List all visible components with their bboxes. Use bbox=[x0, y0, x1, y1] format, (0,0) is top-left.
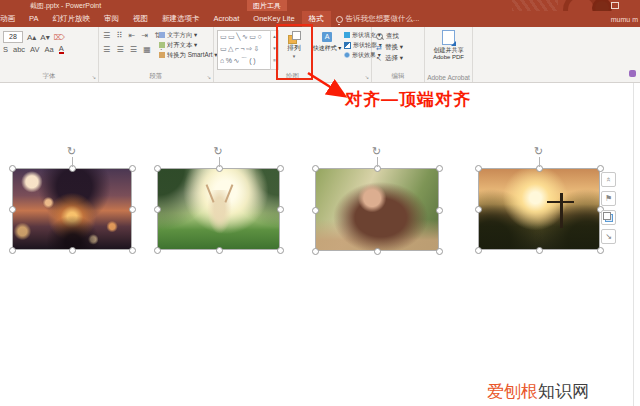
selection-handle[interactable] bbox=[154, 206, 161, 213]
drawing-dialog-launcher-icon[interactable]: ↘ bbox=[365, 74, 369, 80]
tab-pa[interactable]: PA bbox=[22, 11, 45, 27]
selection-handle[interactable] bbox=[9, 206, 16, 213]
align-text-button[interactable]: 对齐文本 ▾ bbox=[159, 40, 217, 50]
photo-night-lights[interactable] bbox=[12, 168, 132, 250]
paragraph-group: ☰ ⠿ ⇤ ⇥ ⇅ ☰ ☰ ☰ ▦ ⋮ 文字方向 ▾ 对齐文本 ▾ 转换为 Sm… bbox=[99, 27, 214, 82]
selection-handle[interactable] bbox=[436, 248, 443, 255]
selection-handle[interactable] bbox=[597, 165, 604, 172]
acrobat-group: 创建并共享 Adobe PDF Adobe Acrobat bbox=[425, 27, 473, 82]
paragraph-row1-icons[interactable]: ☰ ⠿ ⇤ ⇥ ⇅ bbox=[103, 31, 163, 40]
search-icon bbox=[376, 33, 383, 40]
chevron-double-up-icon: « bbox=[604, 177, 613, 181]
align-text-label: 对齐文本 ▾ bbox=[167, 41, 197, 50]
rotation-handle-icon[interactable]: ↻ bbox=[534, 146, 543, 156]
selection-handle[interactable] bbox=[129, 165, 136, 172]
selection-handle[interactable] bbox=[312, 207, 319, 214]
canvas-right-edge bbox=[633, 83, 634, 406]
create-share-pdf-button[interactable]: 创建并共享 Adobe PDF bbox=[429, 30, 468, 61]
quick-styles-button[interactable]: A 快速样式 ▾ bbox=[311, 29, 343, 77]
tab-review[interactable]: 审阅 bbox=[97, 11, 126, 27]
selection-handle[interactable] bbox=[129, 206, 136, 213]
font-group: 28 A▴ A▾ ⌦ S abc AV Aa A 字体 ↘ bbox=[0, 27, 99, 82]
clear-formatting-icon[interactable]: ⌦ bbox=[54, 33, 65, 42]
ribbon: 28 A▴ A▾ ⌦ S abc AV Aa A 字体 ↘ ☰ ⠿ ⇤ ⇥ ⇅ … bbox=[0, 27, 640, 83]
paragraph-group-label: 段落 bbox=[99, 72, 213, 81]
ribbon-display-options-icon[interactable] bbox=[611, 2, 619, 9]
collapse-ribbon-icon[interactable] bbox=[629, 70, 636, 77]
tab-animation[interactable]: 动画 bbox=[0, 11, 22, 27]
find-button[interactable]: 查找 bbox=[372, 31, 403, 42]
selection-handle[interactable] bbox=[9, 165, 16, 172]
subscript-icon[interactable]: abc bbox=[13, 45, 25, 54]
convert-smartart-button[interactable]: 转换为 SmartArt ▾ bbox=[159, 50, 217, 60]
lightbulb-icon bbox=[336, 16, 343, 23]
align-text-icon bbox=[159, 42, 165, 48]
pin-icon: ⚑ bbox=[605, 194, 612, 203]
shapes-row-3[interactable]: ⌂%∿⌒() bbox=[218, 55, 270, 67]
photo-figure bbox=[46, 215, 100, 249]
font-color-icon[interactable]: A bbox=[59, 45, 64, 54]
resize-button[interactable]: ↘ bbox=[601, 229, 616, 244]
font-size-input[interactable]: 28 bbox=[3, 31, 23, 43]
account-name[interactable]: mumu m bbox=[611, 16, 640, 23]
shapes-row-1[interactable]: ▭▭╲∿▭○ bbox=[218, 31, 270, 43]
selection-handle[interactable] bbox=[277, 206, 284, 213]
selection-handle[interactable] bbox=[312, 248, 319, 255]
select-button[interactable]: ↖ 选择 ▾ bbox=[372, 53, 403, 64]
strikethrough-icon[interactable]: S bbox=[3, 45, 8, 54]
selection-handle[interactable] bbox=[597, 247, 604, 254]
photo-sunset-field[interactable] bbox=[478, 168, 600, 250]
ribbon-tab-row: 动画 PA 幻灯片放映 审阅 视图 新建选项卡 Acrobat OneKey L… bbox=[0, 11, 640, 27]
overlapping-squares-icon bbox=[605, 214, 613, 222]
selection-handle[interactable] bbox=[312, 165, 319, 172]
paragraph-dialog-launcher-icon[interactable]: ↘ bbox=[207, 74, 211, 80]
grow-font-icon[interactable]: A▴ bbox=[27, 33, 36, 42]
character-spacing-icon[interactable]: AV bbox=[30, 45, 39, 54]
titlebar: 截图.pptx - PowerPoint 图片工具 bbox=[0, 0, 640, 11]
selection-handle[interactable] bbox=[154, 165, 161, 172]
selection-handle[interactable] bbox=[436, 165, 443, 172]
selection-handle[interactable] bbox=[475, 206, 482, 213]
tab-slideshow[interactable]: 幻灯片放映 bbox=[45, 11, 97, 27]
tab-new-tab[interactable]: 新建选项卡 bbox=[155, 11, 207, 27]
copy-button[interactable] bbox=[601, 210, 616, 225]
selection-handle[interactable] bbox=[154, 247, 161, 254]
replace-button[interactable]: ⇄ 替换 ▾ bbox=[372, 42, 403, 53]
tell-me-box[interactable]: 告诉我您想要做什么... bbox=[336, 14, 420, 24]
change-case-icon[interactable]: Aa bbox=[45, 45, 54, 54]
selection-handle[interactable] bbox=[69, 247, 76, 254]
collapse-up-button[interactable]: « bbox=[601, 172, 616, 187]
paragraph-row2-icons[interactable]: ☰ ☰ ☰ ▦ ⋮ bbox=[103, 45, 167, 54]
rotation-handle-icon[interactable]: ↻ bbox=[214, 146, 223, 156]
selection-handle[interactable] bbox=[436, 207, 443, 214]
pin-button[interactable]: ⚑ bbox=[601, 191, 616, 206]
tell-me-label: 告诉我您想要做什么... bbox=[346, 14, 420, 24]
selection-handle[interactable] bbox=[475, 165, 482, 172]
selection-handle[interactable] bbox=[536, 247, 543, 254]
annotation-highlight-box bbox=[276, 24, 313, 80]
selection-handle[interactable] bbox=[277, 247, 284, 254]
shrink-font-icon[interactable]: A▾ bbox=[40, 33, 49, 42]
text-direction-button[interactable]: 文字方向 ▾ bbox=[159, 30, 217, 40]
selection-handle[interactable] bbox=[9, 247, 16, 254]
shapes-gallery[interactable]: ▭▭╲∿▭○ ▭△⌐¬⇨⇩ ⌂%∿⌒() bbox=[217, 30, 271, 70]
selection-handle[interactable] bbox=[277, 165, 284, 172]
selection-handle[interactable] bbox=[216, 247, 223, 254]
tab-acrobat[interactable]: Acrobat bbox=[206, 11, 246, 27]
font-dialog-launcher-icon[interactable]: ↘ bbox=[92, 74, 96, 80]
selection-handle[interactable] bbox=[129, 247, 136, 254]
rotation-handle-icon[interactable]: ↻ bbox=[372, 146, 381, 156]
acrobat-group-label: Adobe Acrobat bbox=[425, 74, 472, 81]
selection-handle[interactable] bbox=[374, 248, 381, 255]
quick-styles-label: 快速样式 ▾ bbox=[311, 44, 343, 53]
selection-handle[interactable] bbox=[475, 247, 482, 254]
photo-portrait-woman[interactable] bbox=[315, 168, 439, 251]
rotation-handle-icon[interactable]: ↻ bbox=[67, 146, 76, 156]
side-toolbar: « ⚑ ↘ bbox=[601, 172, 616, 244]
shapes-row-2[interactable]: ▭△⌐¬⇨⇩ bbox=[218, 43, 270, 55]
rotation-stem bbox=[72, 157, 73, 167]
photo-sun-arms-raised[interactable] bbox=[157, 168, 280, 250]
tab-view[interactable]: 视图 bbox=[126, 11, 155, 27]
photo-figure bbox=[206, 190, 233, 236]
pdf-document-icon bbox=[442, 30, 455, 45]
